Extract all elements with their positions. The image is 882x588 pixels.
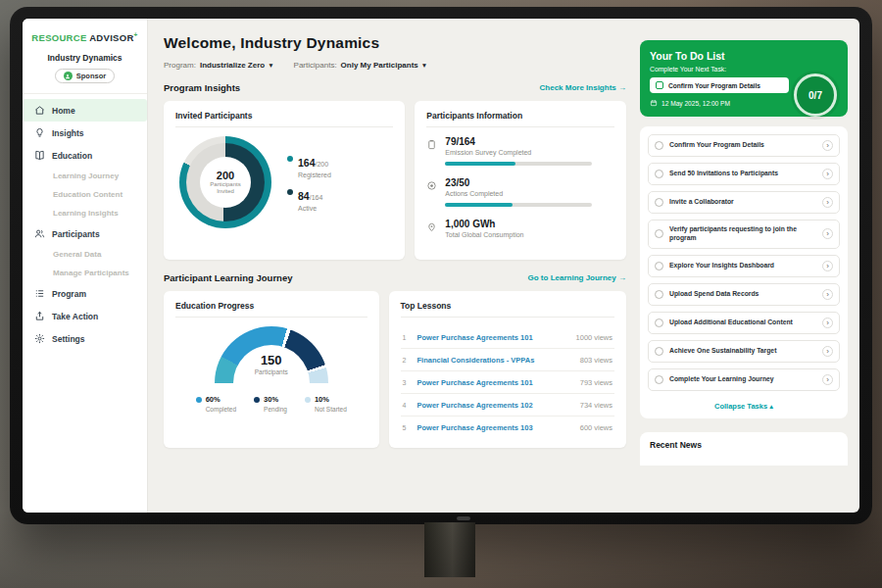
learning-cards-row: Education Progress 150 Participants bbox=[164, 291, 626, 448]
sidebar-item-general-data[interactable]: General Data bbox=[23, 245, 147, 264]
chevron-right-icon[interactable]: › bbox=[822, 261, 833, 271]
people-icon bbox=[34, 228, 45, 239]
chevron-right-icon[interactable]: › bbox=[822, 318, 833, 328]
todo-task[interactable]: Upload Additional Educational Content › bbox=[648, 312, 840, 334]
sponsor-badge[interactable]: Sponsor bbox=[55, 69, 115, 83]
collapse-tasks-link[interactable]: Collapse Tasks ▴ bbox=[648, 397, 840, 415]
sidebar-item-education-content[interactable]: Education Content bbox=[23, 185, 147, 204]
checkbox-icon[interactable] bbox=[655, 318, 663, 327]
legend-pending: 30% Pending bbox=[254, 395, 287, 413]
lesson-link[interactable]: Power Purchase Agreements 103 bbox=[417, 423, 571, 432]
sidebar-item-education[interactable]: Education bbox=[23, 144, 147, 167]
app-logo: RESOURCE ADVISOR+ bbox=[23, 31, 147, 43]
monitor-stand bbox=[424, 522, 475, 577]
lesson-row[interactable]: 3 Power Purchase Agreements 101 793views bbox=[401, 371, 615, 394]
invited-donut-chart: 200 Participants Invited bbox=[179, 136, 271, 228]
donut-center-value: 200 bbox=[217, 170, 234, 181]
gear-icon bbox=[34, 333, 45, 344]
card-title: Top Lessons bbox=[401, 301, 615, 318]
lesson-row[interactable]: 1 Power Purchase Agreements 101 1000view… bbox=[401, 326, 615, 349]
checkbox-icon[interactable] bbox=[655, 262, 663, 270]
logo-plus: + bbox=[134, 31, 138, 38]
program-dropdown[interactable]: Program: Industrialize Zero ▼ bbox=[164, 61, 274, 70]
lesson-link[interactable]: Power Purchase Agreements 101 bbox=[417, 378, 571, 387]
chevron-right-icon[interactable]: › bbox=[822, 374, 833, 385]
section-title: Participant Learning Journey bbox=[164, 272, 292, 283]
check-more-insights-link[interactable]: Check More Insights → bbox=[540, 83, 626, 92]
chevron-down-icon: ▼ bbox=[421, 62, 427, 69]
legend-dot bbox=[287, 156, 293, 162]
education-progress-card: Education Progress 150 Participants bbox=[164, 291, 379, 448]
chevron-right-icon[interactable]: › bbox=[822, 289, 833, 300]
lesson-row[interactable]: 2 Financial Considerations - VPPAs 803vi… bbox=[401, 349, 615, 371]
legend-dot bbox=[254, 397, 260, 403]
lesson-row[interactable]: 5 Power Purchase Agreements 103 600views bbox=[401, 416, 615, 438]
legend-dot bbox=[287, 189, 293, 195]
participants-label: Participants: bbox=[294, 61, 337, 70]
sidebar-item-manage-participants[interactable]: Manage Participants bbox=[23, 264, 147, 282]
checkbox-icon[interactable] bbox=[655, 290, 663, 299]
lesson-link[interactable]: Power Purchase Agreements 101 bbox=[417, 333, 567, 342]
todo-title: Your To Do List bbox=[650, 50, 838, 62]
todo-task-list: Confirm Your Program Details › Send 50 I… bbox=[640, 126, 848, 418]
todo-task[interactable]: Confirm Your Program Details › bbox=[648, 134, 840, 157]
go-to-learning-journey-link[interactable]: Go to Learning Journey → bbox=[528, 273, 626, 282]
checkbox-icon[interactable] bbox=[655, 347, 663, 356]
checkbox-icon[interactable] bbox=[655, 375, 663, 384]
stat-actions-completed: 23/50 Actions Completed bbox=[426, 177, 614, 207]
progress-bar bbox=[445, 203, 592, 207]
education-gauge-chart: 150 Participants bbox=[215, 326, 328, 383]
todo-task[interactable]: Send 50 Invitations to Participants › bbox=[648, 163, 840, 185]
checkbox-icon[interactable] bbox=[655, 141, 663, 150]
arrow-right-icon: → bbox=[618, 83, 626, 92]
card-title: Invited Participants bbox=[175, 111, 393, 127]
location-pin-icon bbox=[426, 220, 437, 233]
lesson-link[interactable]: Power Purchase Agreements 102 bbox=[417, 401, 571, 410]
todo-task[interactable]: Complete Your Learning Journey › bbox=[648, 368, 840, 391]
home-icon bbox=[34, 105, 45, 116]
sidebar-item-program[interactable]: Program bbox=[23, 282, 147, 305]
sidebar-item-take-action[interactable]: Take Action bbox=[23, 305, 147, 327]
sidebar-item-insights[interactable]: Insights bbox=[23, 122, 147, 144]
book-icon bbox=[34, 150, 45, 161]
stat-global-consumption: 1,000 GWh Total Global Consumption bbox=[426, 219, 614, 238]
participants-value: Only My Participants bbox=[341, 61, 418, 70]
todo-task[interactable]: Verify participants requesting to join t… bbox=[648, 220, 840, 249]
checkbox-icon[interactable] bbox=[655, 229, 663, 238]
program-value: Industrialize Zero bbox=[200, 61, 265, 70]
checkbox-icon[interactable] bbox=[655, 170, 663, 178]
sidebar-item-learning-journey[interactable]: Learning Journey bbox=[23, 167, 147, 185]
sidebar-item-label: Program bbox=[52, 289, 86, 299]
todo-subtitle: Complete Your Next Task: bbox=[650, 66, 838, 73]
todo-task[interactable]: Achieve One Sustainability Target › bbox=[648, 340, 840, 363]
todo-task[interactable]: Invite a Collaborator › bbox=[648, 191, 840, 214]
sidebar-item-label: Take Action bbox=[52, 312, 98, 321]
main-content: Welcome, Industry Dynamics Program: Indu… bbox=[148, 19, 640, 513]
lesson-row[interactable]: 4 Power Purchase Agreements 102 734views bbox=[401, 394, 615, 416]
checkbox-icon[interactable] bbox=[655, 198, 663, 207]
chevron-right-icon[interactable]: › bbox=[822, 228, 833, 239]
org-name: Industry Dynamics bbox=[23, 53, 147, 63]
participants-information-card: Participants Information 79/164 Emission… bbox=[415, 101, 626, 260]
todo-task[interactable]: Explore Your Insights Dashboard › bbox=[648, 255, 840, 277]
chevron-down-icon: ▼ bbox=[268, 62, 273, 69]
lesson-link[interactable]: Financial Considerations - VPPAs bbox=[417, 356, 571, 365]
checkbox-icon[interactable] bbox=[656, 81, 663, 89]
sidebar-item-settings[interactable]: Settings bbox=[23, 327, 147, 350]
next-task-row[interactable]: Confirm Your Program Details bbox=[650, 77, 789, 93]
sidebar-item-participants[interactable]: Participants bbox=[23, 222, 147, 245]
chevron-right-icon[interactable]: › bbox=[822, 140, 833, 151]
arrow-right-icon: → bbox=[618, 273, 626, 282]
sidebar-item-home[interactable]: Home bbox=[23, 99, 147, 122]
section-title: Program Insights bbox=[164, 82, 240, 93]
chevron-right-icon[interactable]: › bbox=[822, 169, 833, 179]
todo-progress-ring: 0/7 bbox=[794, 74, 837, 117]
chevron-right-icon[interactable]: › bbox=[822, 346, 833, 357]
sponsor-label: Sponsor bbox=[76, 72, 106, 80]
participants-dropdown[interactable]: Participants: Only My Participants ▼ bbox=[294, 61, 428, 70]
gauge-center-label: Participants bbox=[215, 368, 328, 375]
todo-task[interactable]: Upload Spend Data Records › bbox=[648, 283, 840, 306]
chevron-right-icon[interactable]: › bbox=[822, 197, 833, 208]
sidebar-item-learning-insights[interactable]: Learning Insights bbox=[23, 204, 147, 222]
sidebar-item-label: Settings bbox=[52, 334, 85, 344]
